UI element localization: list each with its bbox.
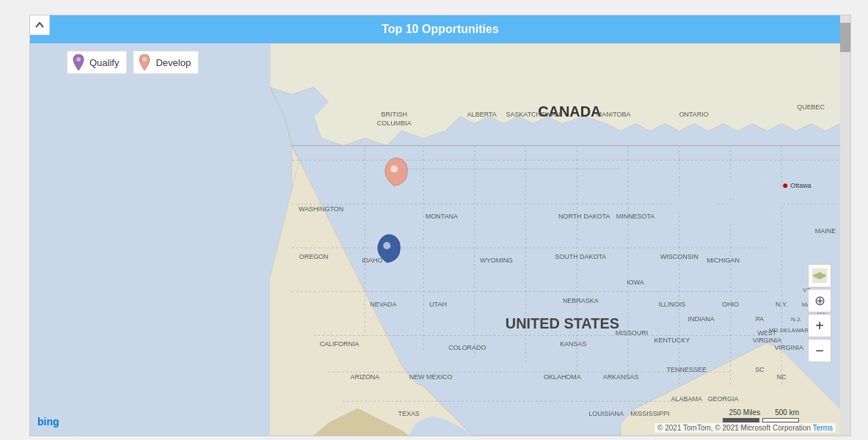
svg-text:N.Y.: N.Y. xyxy=(776,301,787,308)
zoom-in-button[interactable]: + xyxy=(808,314,831,337)
svg-text:NC: NC xyxy=(777,373,787,381)
svg-text:SOUTH DAKOTA: SOUTH DAKOTA xyxy=(555,253,606,260)
svg-text:OHIO: OHIO xyxy=(722,301,739,308)
svg-text:COLUMBIA: COLUMBIA xyxy=(377,120,412,127)
svg-text:MANITOBA: MANITOBA xyxy=(597,111,631,118)
svg-text:Ottawa: Ottawa xyxy=(790,182,811,189)
svg-text:COLORADO: COLORADO xyxy=(448,344,486,351)
svg-point-0 xyxy=(76,57,81,62)
scale-line xyxy=(723,418,799,422)
svg-text:NEVADA: NEVADA xyxy=(370,301,396,308)
svg-text:SASKATCHEWAN: SASKATCHEWAN xyxy=(506,111,560,118)
svg-point-80 xyxy=(783,183,787,188)
legend-qualify[interactable]: Qualify xyxy=(67,51,127,74)
svg-text:VIRGINIA: VIRGINIA xyxy=(753,337,781,344)
svg-text:IDAHO: IDAHO xyxy=(362,257,382,264)
svg-text:bing: bing xyxy=(37,416,59,428)
svg-text:ALBERTA: ALBERTA xyxy=(467,111,497,118)
svg-text:UTAH: UTAH xyxy=(429,301,447,308)
svg-text:MAINE: MAINE xyxy=(815,227,836,235)
bing-icon: bing xyxy=(37,415,67,428)
svg-text:LOUISIANA: LOUISIANA xyxy=(588,410,624,417)
svg-text:QUEBEC: QUEBEC xyxy=(797,103,825,111)
map-svg: CANADA UNITED STATES BRITISH COLUMBIA AL… xyxy=(30,43,850,436)
scrollbar[interactable] xyxy=(840,15,850,436)
svg-text:UNITED STATES: UNITED STATES xyxy=(506,315,619,331)
svg-text:KANSAS: KANSAS xyxy=(560,340,586,348)
svg-text:N.J.: N.J. xyxy=(791,316,801,323)
svg-text:ILLINOIS: ILLINOIS xyxy=(658,301,685,308)
map-attribution: © 2021 TomTom, © 2021 Microsoft Corporat… xyxy=(654,423,836,433)
attribution-link[interactable]: Terms xyxy=(813,424,833,432)
scale-bar: 250 Miles 500 km xyxy=(723,408,799,422)
svg-text:MISSISSIPPI: MISSISSIPPI xyxy=(630,410,669,417)
svg-text:TEXAS: TEXAS xyxy=(398,410,419,417)
develop-pin-icon xyxy=(138,54,151,70)
svg-text:ALABAMA: ALABAMA xyxy=(671,395,702,403)
map-header: Top 10 Opportunities xyxy=(30,15,850,43)
svg-text:SC: SC xyxy=(755,366,765,373)
svg-point-20 xyxy=(672,193,716,215)
attribution-text: © 2021 TomTom, © 2021 Microsoft Corporat… xyxy=(657,424,811,432)
develop-label: Develop xyxy=(156,57,191,68)
svg-text:GEORGIA: GEORGIA xyxy=(708,395,739,403)
svg-text:INDIANA: INDIANA xyxy=(688,315,715,323)
map-panel: Top 10 Opportunities Qualify Develop xyxy=(29,15,851,436)
scrollbar-thumb[interactable] xyxy=(840,23,850,52)
svg-text:OREGON: OREGON xyxy=(299,253,329,260)
zoom-out-button[interactable]: − xyxy=(808,339,831,362)
svg-text:MONTANA: MONTANA xyxy=(426,213,458,220)
svg-point-1 xyxy=(142,57,147,62)
map-title: Top 10 Opportunities xyxy=(382,23,499,36)
map-background[interactable]: CANADA UNITED STATES BRITISH COLUMBIA AL… xyxy=(30,43,850,436)
svg-text:OKLAHOMA: OKLAHOMA xyxy=(544,373,581,381)
svg-text:TENNESSEE: TENNESSEE xyxy=(667,366,707,373)
svg-text:MICHIGAN: MICHIGAN xyxy=(707,257,740,264)
svg-text:WISCONSIN: WISCONSIN xyxy=(660,253,699,260)
svg-text:ARKANSAS: ARKANSAS xyxy=(603,373,639,381)
svg-text:CALIFORNIA: CALIFORNIA xyxy=(320,340,360,348)
scale-km: 500 km xyxy=(775,408,799,417)
svg-text:MINNESOTA: MINNESOTA xyxy=(616,213,655,220)
svg-text:NEW MEXICO: NEW MEXICO xyxy=(409,373,453,381)
svg-text:MD.: MD. xyxy=(769,327,780,334)
legend-develop[interactable]: Develop xyxy=(133,51,199,74)
map-controls: ⊕ + − xyxy=(808,264,831,362)
scale-labels: 250 Miles 500 km xyxy=(729,408,799,417)
svg-text:MISSOURI: MISSOURI xyxy=(616,330,648,337)
svg-text:ONTARIO: ONTARIO xyxy=(679,111,709,118)
scale-miles: 250 Miles xyxy=(729,408,760,417)
map-type-button[interactable] xyxy=(808,264,831,287)
svg-text:NORTH DAKOTA: NORTH DAKOTA xyxy=(558,213,610,220)
svg-text:WYOMING: WYOMING xyxy=(480,257,513,264)
svg-text:VIRGINIA: VIRGINIA xyxy=(775,344,803,351)
collapse-button[interactable] xyxy=(29,15,50,35)
svg-text:KENTUCKY: KENTUCKY xyxy=(654,337,690,344)
svg-text:ARIZONA: ARIZONA xyxy=(350,373,379,381)
scale-segment-2 xyxy=(762,418,799,422)
legend: Qualify Develop xyxy=(67,51,199,74)
svg-text:WASHINGTON: WASHINGTON xyxy=(299,205,343,213)
svg-point-21 xyxy=(709,180,738,198)
qualify-pin-icon xyxy=(72,54,85,70)
svg-text:NEBRASKA: NEBRASKA xyxy=(563,297,599,304)
svg-point-85 xyxy=(383,242,390,249)
qualify-label: Qualify xyxy=(90,57,119,68)
outer-container: Top 10 Opportunities Qualify Develop xyxy=(0,0,868,440)
locate-button[interactable]: ⊕ xyxy=(808,289,831,312)
svg-text:IOWA: IOWA xyxy=(627,279,644,286)
bing-logo: bing xyxy=(37,415,67,428)
svg-point-83 xyxy=(390,165,398,172)
svg-text:PA: PA xyxy=(756,315,764,323)
scale-segment-1 xyxy=(723,418,759,422)
svg-text:BRITISH: BRITISH xyxy=(382,111,407,118)
